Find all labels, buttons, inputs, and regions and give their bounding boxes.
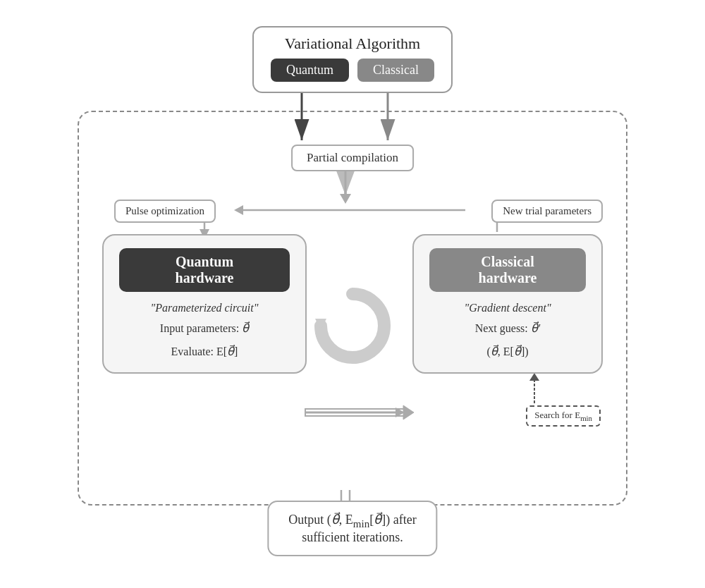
pulse-optimization-box: Pulse optimization	[114, 200, 216, 223]
classical-hardware-title: Classicalhardware	[429, 248, 586, 292]
quantum-button: Quantum	[271, 59, 349, 82]
quantum-hardware-box: Quantumhardware "Parameterized circuit" …	[102, 234, 307, 374]
new-trial-parameters-box: New trial parameters	[491, 200, 603, 223]
quantum-hardware-title: Quantumhardware	[119, 248, 290, 292]
variational-algorithm-title: Variational Algorithm	[271, 35, 434, 53]
evaluate-label: Evaluate: E[θ⃗]	[119, 345, 290, 358]
next-guess: Next guess: θ⃗′	[429, 321, 586, 335]
output-box: Output (θ⃗, Emin[θ⃗]) aftersufficient it…	[267, 501, 437, 556]
search-emin-box: Search for Emin	[526, 405, 601, 427]
partial-compilation-box: Partial compilation	[291, 145, 414, 171]
quantum-subtitle: "Parameterized circuit"	[119, 302, 290, 314]
top-box-buttons: Quantum Classical	[271, 59, 434, 82]
variational-algorithm-box: Variational Algorithm Quantum Classical	[252, 26, 453, 93]
circular-arrow	[307, 280, 398, 374]
classical-button: Classical	[357, 59, 434, 82]
classical-subtitle: "Gradient descent"	[429, 302, 586, 314]
tuple-label: (θ⃗, E[θ⃗])	[429, 345, 586, 358]
diagram-container: Variational Algorithm Quantum Classical …	[63, 19, 642, 569]
classical-hardware-box: Classicalhardware "Gradient descent" Nex…	[412, 234, 603, 374]
input-params: Input parameters: θ⃗	[119, 321, 290, 335]
